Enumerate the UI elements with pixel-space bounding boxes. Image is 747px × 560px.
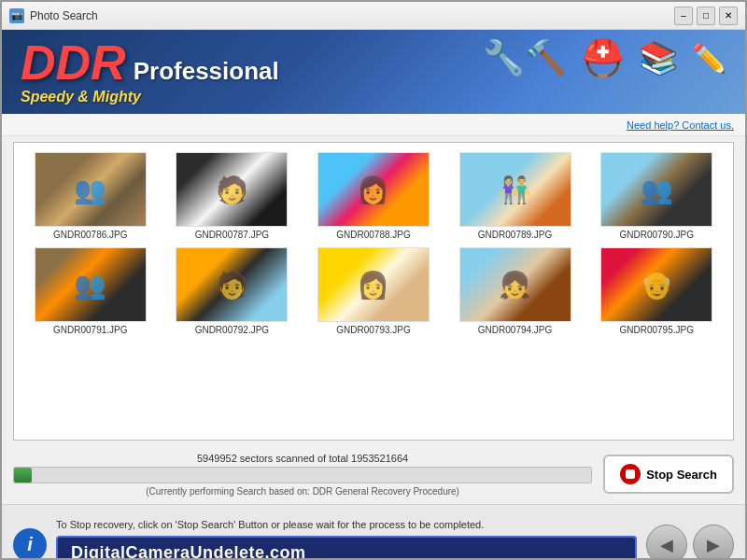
tagline: Speedy & Mighty [21,89,279,105]
photo-item[interactable]: 👥GNDR00790.JPG [589,152,724,240]
face-overlay: 👥 [35,153,146,226]
progress-sub-text: (Currently performing Search based on: D… [13,486,592,497]
title-bar: 📷 Photo Search – □ ✕ [2,2,745,30]
photo-thumbnail: 👧 [459,247,571,322]
photo-grid-container[interactable]: 👥GNDR00786.JPG🧑GNDR00787.JPG👩GNDR00788.J… [13,142,734,441]
stop-search-button[interactable]: Stop Search [603,455,734,494]
photo-item[interactable]: 👴GNDR00795.JPG [589,247,724,335]
progress-bar-fill [14,468,32,483]
photo-item[interactable]: 👥GNDR00786.JPG [23,152,158,240]
photo-label: GNDR00793.JPG [336,325,410,335]
photo-thumbnail: 👩 [317,152,430,227]
photo-item[interactable]: 👩GNDR00793.JPG [306,247,441,335]
photo-label: GNDR00788.JPG [336,230,410,240]
help-link[interactable]: Need help? Contact us. [627,119,734,131]
title-bar-text: Photo Search [30,9,674,22]
info-icon: i [13,528,47,561]
pencil-icon: ✏️ [692,42,726,75]
photo-label: GNDR00789.JPG [478,230,552,240]
stop-icon-inner [626,469,635,479]
stop-icon [620,464,641,484]
header-banner: DDR Professional Speedy & Mighty 🔧🔨 ⛑️ 📚… [2,30,745,114]
info-text: To Stop recovery, click on 'Stop Search'… [56,519,637,530]
help-bar: Need help? Contact us. [2,114,745,136]
banner-icons: 🔧🔨 ⛑️ 📚 ✏️ [483,37,726,78]
photo-item[interactable]: 🧑GNDR00792.JPG [165,247,300,335]
face-overlay: 👥 [601,153,712,226]
main-content: 👥GNDR00786.JPG🧑GNDR00787.JPG👩GNDR00788.J… [2,136,745,444]
bottom-bar: i To Stop recovery, click on 'Stop Searc… [2,504,745,560]
website-badge: DigitalCameraUndelete.com [56,536,637,560]
face-overlay: 👥 [35,248,146,321]
photo-label: GNDR00787.JPG [195,230,269,240]
face-overlay: 👩 [318,153,429,226]
photo-label: GNDR00794.JPG [478,325,552,335]
face-overlay: 👧 [460,248,571,321]
photo-label: GNDR00792.JPG [195,325,269,335]
status-area: 5949952 sectors scanned of total 1953521… [2,444,745,504]
photo-item[interactable]: 👥GNDR00791.JPG [23,247,158,335]
photo-thumbnail: 👫 [459,152,571,227]
progress-text: 5949952 sectors scanned of total 1953521… [13,453,592,464]
face-overlay: 👩 [318,248,429,321]
prev-button[interactable]: ◀ [646,525,687,561]
photo-thumbnail: 👴 [600,247,712,322]
helmet-icon: ⛑️ [581,37,625,78]
photo-grid: 👥GNDR00786.JPG🧑GNDR00787.JPG👩GNDR00788.J… [23,152,724,335]
app-icon: 📷 [9,8,24,23]
photo-thumbnail: 👥 [35,152,147,227]
face-overlay: 👫 [460,153,571,226]
minimize-button[interactable]: – [674,7,693,25]
title-bar-controls: – □ ✕ [674,7,738,25]
book-icon: 📚 [639,39,678,77]
photo-thumbnail: 🧑 [176,152,288,227]
stop-button-label: Stop Search [646,468,717,482]
photo-item[interactable]: 🧑GNDR00787.JPG [165,152,300,240]
photo-label: GNDR00795.JPG [619,325,693,335]
face-overlay: 🧑 [176,153,287,226]
face-overlay: 🧑 [176,248,287,321]
nav-buttons: ◀ ▶ [646,525,734,561]
photo-item[interactable]: 👩GNDR00788.JPG [306,152,441,240]
ddr-text: DDR [21,38,126,87]
photo-label: GNDR00786.JPG [53,230,127,240]
photo-item[interactable]: 👧GNDR00794.JPG [448,247,583,335]
photo-thumbnail: 👥 [35,247,147,322]
photo-label: GNDR00791.JPG [53,325,127,335]
photo-thumbnail: 👥 [600,152,712,227]
photo-thumbnail: 🧑 [176,247,288,322]
face-overlay: 👴 [601,248,712,321]
progress-section: 5949952 sectors scanned of total 1953521… [13,453,592,497]
banner-logo: DDR Professional Speedy & Mighty [21,38,279,105]
close-button[interactable]: ✕ [719,7,738,25]
maximize-button[interactable]: □ [697,7,715,25]
next-button[interactable]: ▶ [693,525,734,561]
progress-bar-container [13,467,592,483]
photo-item[interactable]: 👫GNDR00789.JPG [448,152,583,240]
professional-text: Professional [134,57,279,86]
photo-thumbnail: 👩 [317,247,430,322]
photo-label: GNDR00790.JPG [619,230,693,240]
tools-icon: 🔧🔨 [483,38,567,77]
ddr-logo: DDR Professional [21,38,279,87]
